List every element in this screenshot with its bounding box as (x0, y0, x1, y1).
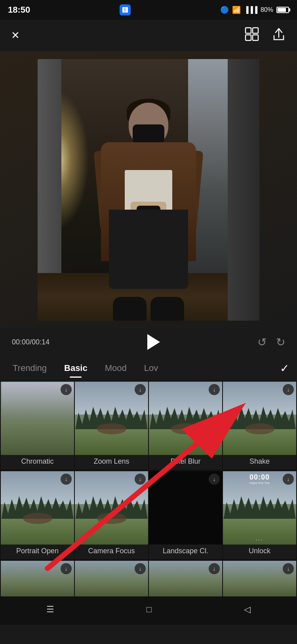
filter-landscape-ci-thumbnail: ↓ (149, 471, 222, 545)
filter-chromatic[interactable]: ↓ Chromatic (1, 382, 74, 470)
confirm-button[interactable]: ✓ (280, 362, 293, 375)
filter-pixel-blur-thumbnail: ↓ (149, 382, 222, 455)
battery-fill (278, 8, 286, 12)
filter-unlock-thumbnail: 00:00 Happy New Year ··· ↓ (223, 471, 296, 545)
nav-bar: ☰ □ ◁ (0, 597, 297, 625)
filter-chromatic-thumbnail: ↓ (1, 382, 74, 455)
redo-button[interactable]: ↻ (276, 336, 285, 349)
undo-button[interactable]: ↺ (257, 336, 267, 349)
signal-bars-icon: ▐▐▐ (244, 6, 257, 13)
unlock-overlay: 00:00 Happy New Year (249, 473, 270, 484)
download-badge-shake: ↓ (283, 384, 294, 395)
unlock-dots: ··· (256, 537, 263, 543)
download-badge-partial3: ↓ (209, 563, 220, 574)
filter-grid-row1: ↓ Chromatic ↓ Zoom Lens (0, 381, 297, 470)
filter-pixelblur-label: Pixel Blur (170, 457, 200, 466)
filter-camera-focus[interactable]: ↓ Camera Focus (75, 471, 148, 559)
top-controls: ✕ (0, 20, 297, 51)
filter-zoom-lens-thumbnail: ↓ (75, 382, 148, 455)
filter-shake-label: Shake (249, 457, 270, 466)
shoe-left (113, 297, 147, 321)
play-triangle-icon (147, 334, 160, 350)
top-right-buttons (243, 25, 287, 46)
filter-grid-row3: ↓ ↓ ↓ ↓ (0, 560, 297, 597)
person-shoes (109, 289, 188, 321)
curtain-right (228, 59, 259, 321)
filter-partial-4[interactable]: ↓ (223, 561, 296, 596)
filter-section: ↓ Chromatic ↓ Zoom Lens (0, 381, 297, 597)
photo-canvas (0, 51, 297, 329)
undo-redo-controls: ↺ ↻ (257, 336, 285, 349)
filter-shake[interactable]: ↓ Shake (223, 382, 296, 470)
status-time: 18:50 (8, 5, 30, 15)
status-right: 🔵 📶 ▐▐▐ 80% (220, 6, 289, 14)
filter-partial-1[interactable]: ↓ (1, 561, 74, 596)
expand-button[interactable] (243, 25, 261, 46)
filter-unlock[interactable]: 00:00 Happy New Year ··· ↓ Unlock (223, 471, 296, 559)
person-silhouette (93, 91, 204, 321)
filter-chromatic-label: Chromatic (21, 457, 53, 466)
filter-shake-thumbnail: ↓ (223, 382, 296, 455)
battery-percent: 80% (261, 6, 273, 13)
status-bar: 18:50 🅱 🔵 📶 ▐▐▐ 80% (0, 0, 297, 20)
filter-camera-focus-thumbnail: ↓ (75, 471, 148, 545)
filter-camerafocus-label: Camera Focus (88, 547, 135, 555)
svg-rect-2 (246, 35, 251, 40)
svg-rect-3 (253, 35, 258, 40)
battery-icon (276, 7, 289, 13)
tab-mood[interactable]: Mood (96, 355, 135, 381)
download-badge-zoom: ↓ (135, 384, 146, 395)
filter-portrait-label: Portrait Open (16, 547, 59, 555)
svg-rect-0 (246, 28, 251, 33)
tab-trending[interactable]: Trending (4, 355, 55, 381)
filter-landscape-ci[interactable]: ↓ Landscape Cl. (149, 471, 222, 559)
close-button[interactable]: ✕ (10, 28, 21, 43)
menu-button[interactable]: ☰ (38, 600, 62, 619)
play-button[interactable] (147, 334, 160, 350)
filter-zoom-lens[interactable]: ↓ Zoom Lens (75, 382, 148, 470)
tab-basic[interactable]: Basic (55, 355, 96, 381)
filter-grid-row2: ↓ Portrait Open ↓ Camera Focus ↓ (0, 470, 297, 560)
bluetooth-icon: 🅱 (120, 4, 131, 15)
filter-portrait-open-thumbnail: ↓ (1, 471, 74, 545)
status-icons: 🅱 (120, 4, 131, 15)
filter-landscapeci-label: Landscape Cl. (163, 547, 208, 555)
filter-partial-2[interactable]: ↓ (75, 561, 148, 596)
download-badge-camerafocus: ↓ (135, 474, 146, 485)
download-badge-partial2: ↓ (135, 563, 146, 574)
filter-zoom-label: Zoom Lens (93, 457, 129, 466)
shoe-right (150, 297, 184, 321)
download-badge-landscapeci: ↓ (209, 474, 220, 485)
download-badge-partial4: ↓ (283, 563, 294, 574)
back-button[interactable]: ◁ (236, 600, 259, 619)
filter-pixel-blur[interactable]: ↓ Pixel Blur (149, 382, 222, 470)
svg-rect-1 (253, 28, 258, 33)
download-badge-unlock: ↓ (283, 474, 294, 485)
signal-icon: 🔵 (220, 6, 229, 14)
time-display: 00:00/00:14 (12, 338, 50, 346)
download-badge-pixelblur: ↓ (209, 384, 220, 395)
tab-lov[interactable]: Lov (135, 355, 167, 381)
filter-portrait-open[interactable]: ↓ Portrait Open (1, 471, 74, 559)
playback-controls: 00:00/00:14 ↺ ↻ (0, 329, 297, 355)
filter-tabs: Trending Basic Mood Lov ✓ (0, 355, 297, 381)
share-button[interactable] (270, 25, 287, 46)
photo-area (0, 51, 297, 329)
download-badge-partial1: ↓ (61, 563, 72, 574)
filter-partial-3[interactable]: ↓ (149, 561, 222, 596)
download-badge-portrait: ↓ (61, 474, 72, 485)
home-button[interactable]: □ (139, 600, 160, 619)
wifi-icon: 📶 (232, 6, 241, 14)
download-badge-chromatic: ↓ (61, 384, 72, 395)
filter-unlock-label: Unlock (249, 547, 270, 555)
photo-background (38, 59, 259, 321)
person-pants (109, 210, 188, 289)
